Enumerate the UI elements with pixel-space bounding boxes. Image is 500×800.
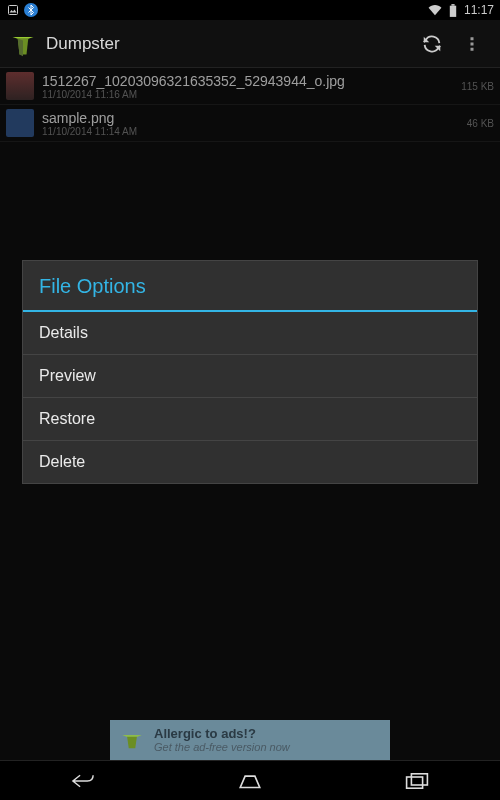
- app-icon: [8, 29, 38, 59]
- bluetooth-icon: [24, 3, 38, 17]
- file-size: 46 KB: [467, 118, 494, 129]
- recents-button[interactable]: [387, 765, 447, 797]
- file-size: 115 KB: [461, 81, 494, 92]
- svg-rect-8: [471, 47, 474, 50]
- clock: 11:17: [464, 3, 494, 17]
- dialog-item-preview[interactable]: Preview: [23, 355, 477, 398]
- home-button[interactable]: [220, 765, 280, 797]
- file-thumbnail: [6, 72, 34, 100]
- svg-rect-1: [450, 5, 456, 16]
- action-bar: Dumpster: [0, 20, 500, 68]
- svg-rect-0: [9, 6, 18, 15]
- app-title: Dumpster: [46, 34, 412, 54]
- svg-marker-10: [127, 737, 137, 748]
- file-name: 1512267_10203096321635352_52943944_o.jpg: [42, 73, 455, 89]
- file-date: 11/10/2014 11:16 AM: [42, 89, 455, 100]
- svg-marker-3: [13, 37, 34, 39]
- svg-marker-9: [122, 735, 142, 737]
- file-name: sample.png: [42, 110, 461, 126]
- battery-icon: [446, 3, 460, 17]
- dialog-item-delete[interactable]: Delete: [23, 441, 477, 483]
- file-date: 11/10/2014 11:14 AM: [42, 126, 461, 137]
- svg-rect-6: [471, 37, 474, 40]
- file-row[interactable]: sample.png 11/10/2014 11:14 AM 46 KB: [0, 105, 500, 142]
- dialog-item-details[interactable]: Details: [23, 312, 477, 355]
- file-options-dialog: File Options Details Preview Restore Del…: [22, 260, 478, 484]
- svg-rect-12: [411, 773, 427, 784]
- ad-banner[interactable]: Allergic to ads!? Get the ad-free versio…: [110, 720, 390, 760]
- ad-icon: [118, 726, 146, 754]
- dialog-item-restore[interactable]: Restore: [23, 398, 477, 441]
- dialog-title: File Options: [23, 261, 477, 312]
- file-thumbnail: [6, 109, 34, 137]
- ad-subline: Get the ad-free version now: [154, 741, 290, 753]
- ad-headline: Allergic to ads!?: [154, 727, 290, 741]
- image-notification-icon: [6, 3, 20, 17]
- svg-rect-2: [451, 4, 454, 6]
- navigation-bar: [0, 760, 500, 800]
- file-row[interactable]: 1512267_10203096321635352_52943944_o.jpg…: [0, 68, 500, 105]
- svg-rect-7: [471, 42, 474, 45]
- refresh-button[interactable]: [412, 24, 452, 64]
- svg-marker-5: [18, 38, 23, 56]
- status-bar: 11:17: [0, 0, 500, 20]
- svg-rect-11: [406, 777, 422, 788]
- wifi-icon: [428, 3, 442, 17]
- overflow-menu-button[interactable]: [452, 24, 492, 64]
- back-button[interactable]: [53, 765, 113, 797]
- file-list: 1512267_10203096321635352_52943944_o.jpg…: [0, 68, 500, 142]
